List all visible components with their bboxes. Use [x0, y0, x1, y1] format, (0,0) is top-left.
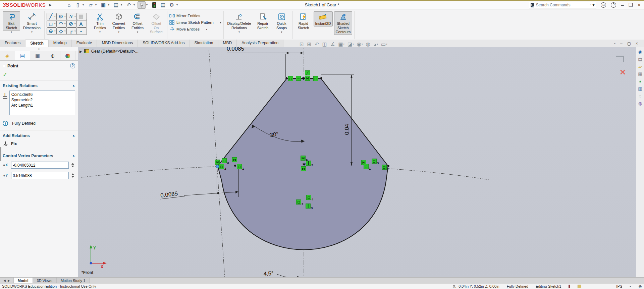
window-dock-icon[interactable]: ▫ [614, 41, 615, 46]
window-minimize-icon[interactable]: – [620, 41, 623, 46]
zoom-to-fit-icon[interactable]: ⊡ [300, 41, 304, 47]
tab-features[interactable]: Features [0, 40, 25, 47]
relation-badge[interactable]: ⋈ [305, 76, 310, 81]
mirror-entities-button[interactable]: Mirror Entities [169, 13, 221, 18]
mesh-tool[interactable]: ▦ [77, 13, 87, 20]
scroll-right-icon[interactable]: ▶ [8, 279, 10, 282]
relation-badge[interactable]: ◻2 [382, 165, 387, 170]
display-style-icon[interactable]: ◪▾ [347, 41, 354, 47]
appearances-scenes-icon[interactable]: ◕ [637, 78, 643, 84]
trim-caret-icon[interactable]: ▾ [99, 31, 101, 34]
linear-sketch-pattern-button[interactable]: Linear Sketch Pattern ▾ [169, 20, 221, 25]
configuration-manager-tab[interactable]: ▣ [30, 51, 45, 60]
offset-caret-icon[interactable]: ▾ [137, 31, 138, 34]
view-palette-icon[interactable]: ▦ [637, 71, 643, 77]
dimension-top-offset[interactable]: 0.0085 [227, 47, 304, 77]
tab-evaluate[interactable]: Evaluate [72, 40, 97, 47]
featuremanager-tab[interactable]: ◈ [0, 51, 15, 60]
cancel-sketch-icon[interactable]: × [620, 67, 626, 77]
window-restore-icon[interactable]: ▢ [627, 41, 631, 46]
new-document-icon[interactable]: ▯ [74, 1, 82, 9]
view-orientation-icon[interactable]: ▣▾ [338, 41, 344, 47]
relation-badge[interactable]: ─ [296, 76, 301, 81]
custom-properties-icon[interactable]: ▥ [637, 85, 643, 92]
annotation-view-icon[interactable]: ∡ [330, 41, 335, 47]
relation-badge[interactable]: ┃3 [306, 204, 311, 209]
relation-badge[interactable]: ◻ [313, 76, 318, 81]
close-icon[interactable]: × [638, 2, 641, 8]
quick-snaps-caret-icon[interactable]: ▾ [281, 31, 282, 34]
move-entities-button[interactable]: Move Entities ▾ [169, 27, 221, 32]
open-caret-icon[interactable]: ▾ [95, 3, 99, 6]
linear-pattern-caret-icon[interactable]: ▾ [220, 21, 221, 24]
relation-badge[interactable]: ◻ [288, 76, 293, 81]
solidworks-resources-icon[interactable]: ◉ [637, 49, 643, 55]
relation-badge[interactable]: ◻2 [219, 164, 224, 169]
search-input[interactable] [536, 3, 588, 7]
existing-relations-section[interactable]: Existing Relations ∧ [0, 80, 78, 90]
scroll-left-icon[interactable]: ◀ [3, 279, 6, 282]
collapse-icon[interactable]: ∧ [72, 154, 75, 158]
smart-dimension-caret-icon[interactable]: ▾ [31, 31, 33, 34]
relation-badge[interactable]: ⋈ [232, 157, 237, 162]
rectangle-tool[interactable]: □▾ [47, 20, 57, 27]
point-tool[interactable]: ▪ [77, 27, 87, 35]
view-settings-icon[interactable]: ▭▾ [381, 41, 387, 47]
feature-tree-flyout[interactable]: ▶ Gear (Default<<Default>... [79, 49, 139, 54]
convert-caret-icon[interactable]: ▾ [118, 31, 119, 34]
confirmation-corner-icon[interactable] [616, 56, 624, 62]
rapid-sketch-button[interactable]: Rapid Sketch [295, 11, 312, 31]
display-delete-caret-icon[interactable]: ▾ [238, 31, 240, 34]
fillet-tool[interactable]: ╭▾ [67, 27, 77, 35]
tab-model[interactable]: Model [14, 278, 33, 283]
home-icon[interactable]: ⌂ [65, 1, 73, 9]
polygon-tool[interactable]: ◇▾ [57, 27, 67, 35]
select-tool-icon[interactable] [138, 1, 146, 9]
commit-ok-button[interactable]: ✓ [0, 70, 78, 80]
restore-icon[interactable]: ❐ [629, 2, 633, 8]
relation-badge[interactable]: ◻3 [372, 159, 377, 164]
relation-badge[interactable]: ╱ [305, 70, 310, 75]
tab-sketch[interactable]: Sketch [25, 40, 48, 47]
relation-badge[interactable]: ⋈9 [301, 156, 306, 161]
circle-tool[interactable]: ⊙▾ [57, 13, 67, 20]
sketch-point[interactable] [285, 77, 287, 79]
zoom-to-area-icon[interactable]: ⊞ [307, 41, 312, 47]
status-mini-icon-2[interactable] [578, 285, 581, 288]
dimension-bottom-angle[interactable]: 4.5° [263, 270, 301, 277]
save-caret-icon[interactable]: ▾ [108, 3, 111, 6]
sketch-point[interactable] [320, 77, 322, 79]
exit-sketch-button[interactable]: Exit Sketch [3, 11, 20, 31]
display-manager-tab[interactable] [60, 51, 75, 60]
graphics-area[interactable]: 0.0085 30° 0.04 [78, 47, 636, 277]
dimxpert-manager-tab[interactable]: ⊕ [45, 51, 60, 60]
3d-content-central-icon[interactable]: ◍ [637, 100, 643, 106]
shaded-sketch-contours-button[interactable]: Shaded Sketch Contours [334, 11, 353, 35]
control-vertex-parameters-section[interactable]: Control Vertex Parameters ∧ [0, 151, 78, 160]
tree-expand-icon[interactable]: ▶ [79, 50, 82, 53]
previous-view-icon[interactable]: ↶ [315, 41, 319, 47]
relations-listbox[interactable]: Coincident6Symmetric2Arc Length1 [9, 91, 75, 115]
print-icon[interactable]: ▤ [112, 1, 120, 9]
panel-grip[interactable]: ● [0, 47, 78, 51]
collapse-icon[interactable]: ∧ [72, 134, 75, 138]
sketch-point[interactable] [387, 165, 389, 167]
exit-sketch-caret-icon[interactable]: ▾ [11, 31, 12, 34]
apply-scene-icon[interactable]: ◕▾ [373, 42, 378, 47]
relation-badge[interactable]: ⋈ [301, 166, 306, 171]
web-status-icon[interactable]: ⊕ [638, 284, 642, 289]
move-entities-caret-icon[interactable]: ▾ [206, 28, 207, 31]
undo-icon[interactable]: ↶ [125, 1, 133, 9]
relation-badge[interactable]: ◻1 [237, 164, 242, 169]
select-caret-icon[interactable]: ▾ [146, 3, 150, 6]
y-spinner[interactable] [70, 173, 75, 178]
settings-gear-icon[interactable]: ⚙ [168, 1, 176, 9]
x-coordinate-field[interactable] [11, 162, 69, 169]
panel-splitter-handle[interactable] [0, 146, 2, 162]
account-icon[interactable]: ☺ [601, 2, 606, 8]
add-relations-section[interactable]: Add Relations ∧ [0, 130, 78, 140]
tab-markup[interactable]: Markup [49, 40, 72, 47]
design-library-icon[interactable]: ▤ [637, 56, 643, 62]
tab-mbd[interactable]: MBD [218, 40, 237, 47]
tab-simulation[interactable]: Simulation [190, 40, 218, 47]
